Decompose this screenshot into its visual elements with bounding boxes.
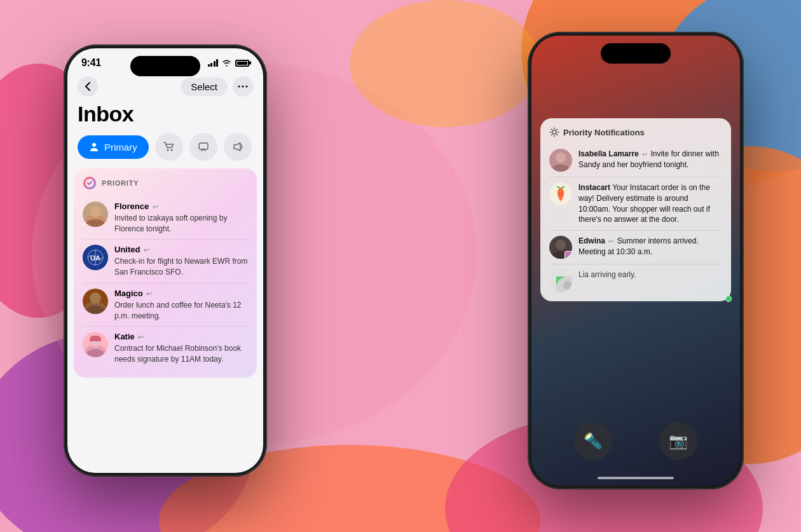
select-button[interactable]: Select: [181, 78, 228, 96]
mail-content-united: United ↩ Check-in for flight to Newark E…: [114, 245, 248, 277]
more-button[interactable]: [233, 76, 253, 97]
gear-icon: [549, 127, 559, 137]
notif-card-header: Priority Notifications: [549, 127, 722, 137]
notif-item-edwina[interactable]: Edwina ↩ Summer interns arrived. Meeting…: [549, 231, 722, 264]
back-button[interactable]: [78, 76, 98, 97]
mail-sender-magico: Magico ↩: [114, 289, 248, 299]
notif-sender-isabella: Isabella Lamarre: [578, 149, 639, 158]
notif-text-isabella: Isabella Lamarre ↩ Invite for dinner wit…: [578, 149, 722, 172]
mail-preview-united: Check-in for flight to Newark EWR from S…: [114, 256, 248, 278]
left-phone: 9:41: [64, 44, 267, 477]
priority-section: PRIORITY Florence ↩ Invited to iza: [74, 168, 257, 378]
toolbar-right: Select: [181, 76, 253, 97]
svg-point-13: [92, 143, 96, 147]
florence-avatar-svg: [83, 201, 108, 227]
status-icons: [208, 59, 250, 67]
tab-chat[interactable]: [189, 133, 217, 161]
avatar-edwina: [549, 236, 572, 259]
mail-content-florence: Florence ↩ Invited to izakaya soft openi…: [114, 201, 248, 234]
mail-reply-icon-4: ↩: [138, 333, 144, 341]
avatar-instacart: [549, 182, 572, 205]
camera-button[interactable]: 📷: [659, 422, 697, 460]
notif-app-name: Priority Notifications: [563, 128, 645, 137]
back-arrow-icon: [85, 81, 91, 92]
notif-text-instacart: Instacart Your Instacart order is on the…: [578, 182, 722, 225]
carrot-icon: [553, 185, 568, 203]
svg-point-15: [170, 149, 172, 151]
avatar-united: UA: [83, 245, 108, 270]
battery-fill: [237, 62, 247, 65]
notif-preview-lia: Lia arriving early.: [578, 270, 636, 279]
home-indicator: [598, 477, 674, 479]
mail-reply-icon-3: ↩: [146, 290, 152, 297]
katie-avatar-svg: [83, 332, 108, 357]
notif-item-lia[interactable]: Lia arriving early.: [549, 264, 722, 292]
signal-bar-3: [214, 61, 216, 67]
mail-content-katie: Katie ↩ Contract for Michael Robinson's …: [114, 332, 248, 364]
svg-point-11: [242, 86, 244, 88]
svg-point-42: [568, 289, 572, 292]
tab-shopping[interactable]: [155, 133, 183, 161]
avatar-lia: [549, 269, 572, 292]
flashlight-button[interactable]: 🔦: [574, 422, 612, 460]
signal-bar-2: [210, 63, 212, 67]
magico-avatar-svg: [83, 289, 108, 314]
svg-point-14: [167, 149, 168, 151]
person-icon: [89, 142, 99, 152]
svg-rect-31: [87, 349, 104, 357]
notification-card: Priority Notifications Isabe: [540, 118, 731, 301]
svg-point-32: [552, 130, 556, 134]
green-circle-icon: [556, 276, 565, 285]
united-logo-svg: UA: [83, 245, 108, 270]
signal-bars-icon: [208, 59, 219, 67]
tab-promotions[interactable]: [224, 133, 252, 161]
notif-item-instacart[interactable]: Instacart Your Instacart order is on the…: [549, 177, 722, 231]
mail-preview-florence: Invited to izakaya soft opening by Flore…: [114, 213, 248, 235]
notif-item-isabella[interactable]: Isabella Lamarre ↩ Invite for dinner wit…: [549, 144, 722, 177]
lock-bottom-buttons: 🔦 📷: [531, 422, 740, 460]
svg-rect-35: [552, 165, 569, 172]
flashlight-icon: 🔦: [584, 432, 603, 450]
svg-rect-21: [86, 219, 104, 227]
megaphone-icon: [231, 140, 244, 153]
right-phone-screen: Priority Notifications Isabe: [531, 36, 740, 486]
svg-point-40: [563, 281, 572, 290]
mail-content-magico: Magico ↩ Order lunch and coffee for Neet…: [114, 289, 248, 321]
avatar-magico: [83, 289, 108, 314]
signal-bar-4: [216, 59, 218, 67]
mail-item-florence[interactable]: Florence ↩ Invited to izakaya soft openi…: [83, 196, 248, 240]
status-time: 9:41: [81, 57, 101, 69]
svg-rect-28: [86, 306, 104, 314]
avatar-isabella: [549, 149, 572, 172]
mail-reply-icon-2: ↩: [144, 246, 149, 254]
notif-sender-instacart: Instacart: [578, 183, 610, 192]
wifi-icon: [222, 59, 231, 67]
priority-header: PRIORITY: [83, 176, 248, 190]
dynamic-island-right: [601, 43, 671, 64]
svg-point-10: [238, 86, 240, 88]
priority-rainbow-icon: [83, 176, 97, 190]
tab-primary[interactable]: Primary: [78, 135, 149, 159]
avatar-katie: [83, 332, 108, 357]
cart-icon: [163, 140, 175, 153]
mail-item-magico[interactable]: Magico ↩ Order lunch and coffee for Neet…: [83, 283, 248, 327]
svg-point-27: [90, 292, 101, 304]
left-phone-screen: 9:41: [67, 48, 263, 473]
tab-primary-label: Primary: [104, 142, 137, 153]
notif-reply-icon-1: ↩: [642, 151, 647, 158]
isabella-avatar-svg: [549, 149, 572, 172]
notif-text-lia: Lia arriving early.: [578, 269, 722, 292]
svg-point-34: [556, 153, 566, 163]
mail-item-united[interactable]: UA United ↩ Check-in for flight to Newar…: [83, 240, 248, 283]
svg-point-9: [350, 0, 540, 127]
mail-item-katie[interactable]: Katie ↩ Contract for Michael Robinson's …: [83, 327, 248, 369]
ellipsis-icon: [238, 85, 248, 88]
photos-badge: [565, 251, 572, 259]
notif-text-edwina: Edwina ↩ Summer interns arrived. Meeting…: [578, 236, 722, 259]
mail-sender-florence: Florence ↩: [114, 201, 248, 212]
svg-point-20: [90, 206, 101, 217]
dynamic-island-left: [130, 56, 200, 76]
notif-sender-edwina: Edwina: [578, 236, 605, 245]
mail-preview-magico: Order lunch and coffee for Neeta's 12 p.…: [114, 300, 248, 322]
mail-sender-united: United ↩: [114, 245, 248, 256]
